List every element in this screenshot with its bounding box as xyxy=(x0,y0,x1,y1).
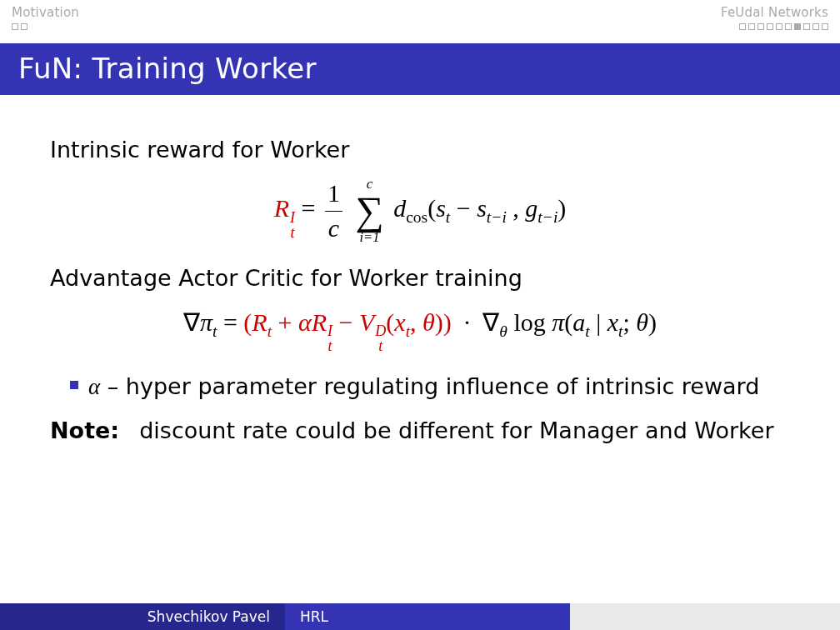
bullet-alpha-dash: – xyxy=(100,373,126,399)
intrinsic-reward-heading: Intrinsic reward for Worker xyxy=(50,135,790,165)
note-row: Note: discount rate could be different f… xyxy=(50,416,790,446)
a2c-heading: Advantage Actor Critic for Worker traini… xyxy=(50,263,790,293)
nav-dots-feudal xyxy=(721,23,828,30)
footer-title: HRL xyxy=(285,603,570,630)
section-nav: Motivation FeUdal Networks xyxy=(0,0,840,42)
bullet-alpha-text: hyper parameter regulating influence of … xyxy=(126,373,760,399)
nav-dot[interactable] xyxy=(803,23,810,30)
bullet-alpha: α – hyper parameter regulating influence… xyxy=(70,372,790,402)
nav-dot[interactable] xyxy=(748,23,755,30)
nav-section-label: FeUdal Networks xyxy=(721,5,828,20)
nav-dot[interactable] xyxy=(812,23,819,30)
nav-dot[interactable] xyxy=(776,23,782,30)
nav-dot[interactable] xyxy=(12,23,18,30)
nav-section-feudal[interactable]: FeUdal Networks xyxy=(721,5,828,30)
footer-spacer xyxy=(570,603,840,630)
nav-dot[interactable] xyxy=(822,23,828,30)
note-label: Note: xyxy=(50,416,119,446)
slide-title: FuN: Training Worker xyxy=(0,43,840,95)
nav-dot[interactable] xyxy=(739,23,746,30)
nav-dot[interactable] xyxy=(794,23,801,30)
footer-author: Shvechikov Pavel xyxy=(0,603,285,630)
note-text: discount rate could be different for Man… xyxy=(139,416,773,446)
nav-section-motivation[interactable]: Motivation xyxy=(12,5,79,30)
bullet-alpha-symbol: α xyxy=(88,374,100,399)
equation-intrinsic-reward: RIt = 1c c∑i=1 dcos(st − st−i , gt−i) xyxy=(50,177,790,245)
equation-a2c-gradient: ∇πt = (Rt + αRIt − VDt(xt, θ)) · ∇θ log … xyxy=(50,306,790,353)
nav-dot[interactable] xyxy=(758,23,764,30)
nav-section-label: Motivation xyxy=(12,5,79,20)
bullet-icon xyxy=(70,381,78,389)
footline: Shvechikov Pavel HRL xyxy=(0,603,840,630)
nav-dot[interactable] xyxy=(767,23,773,30)
nav-dot[interactable] xyxy=(21,23,28,30)
slide-body: Intrinsic reward for Worker RIt = 1c c∑i… xyxy=(50,125,790,580)
nav-dots-motivation xyxy=(12,23,79,30)
nav-dot[interactable] xyxy=(785,23,792,30)
